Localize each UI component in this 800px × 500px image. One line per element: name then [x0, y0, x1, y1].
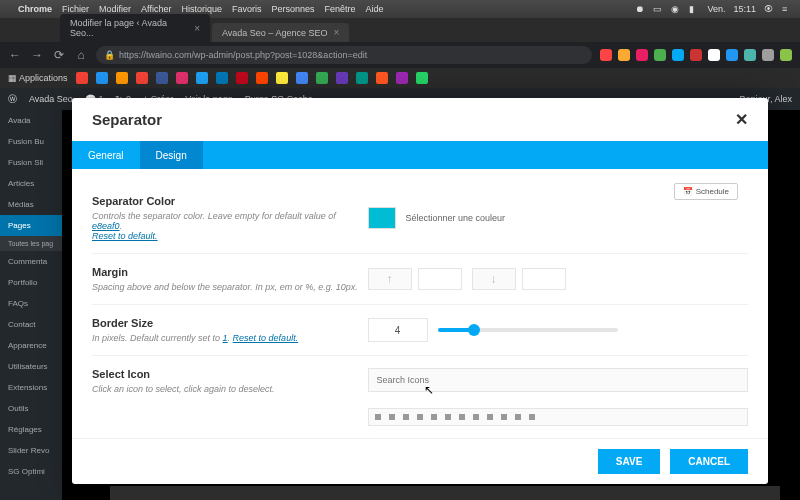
icon-option[interactable]: [417, 414, 423, 420]
battery-icon[interactable]: ▮: [689, 4, 699, 14]
sidebar-item[interactable]: FAQs: [0, 293, 62, 314]
icon-option[interactable]: [473, 414, 479, 420]
app-name[interactable]: Chrome: [18, 4, 52, 14]
sidebar-item[interactable]: Extensions: [0, 377, 62, 398]
default-value-link[interactable]: e8eaf0: [92, 221, 120, 231]
bookmark-icon[interactable]: [416, 72, 428, 84]
apps-button[interactable]: ▦ Applications: [8, 73, 68, 83]
close-icon[interactable]: ×: [333, 27, 339, 38]
bookmark-icon[interactable]: [296, 72, 308, 84]
sidebar-item[interactable]: Contact: [0, 314, 62, 335]
menu-item[interactable]: Fichier: [62, 4, 89, 14]
menu-item[interactable]: Afficher: [141, 4, 171, 14]
browser-tab[interactable]: Modifier la page ‹ Avada Seo... ×: [60, 14, 210, 42]
sidebar-item[interactable]: Avada: [0, 110, 62, 131]
schedule-button[interactable]: 📅 Schedule: [674, 183, 738, 200]
ext-icon[interactable]: [654, 49, 666, 61]
menu-item[interactable]: Historique: [181, 4, 222, 14]
bookmark-icon[interactable]: [236, 72, 248, 84]
bookmark-icon[interactable]: [256, 72, 268, 84]
icon-option[interactable]: [487, 414, 493, 420]
sidebar-item[interactable]: Médias: [0, 194, 62, 215]
border-size-input[interactable]: [368, 318, 428, 342]
site-name[interactable]: Avada Seo: [29, 94, 73, 104]
bookmark-icon[interactable]: [276, 72, 288, 84]
slider-thumb[interactable]: [468, 324, 480, 336]
close-icon[interactable]: ×: [194, 23, 200, 34]
color-picker-label[interactable]: Sélectionner une couleur: [406, 213, 506, 223]
bookmark-icon[interactable]: [96, 72, 108, 84]
sidebar-item[interactable]: Réglages: [0, 419, 62, 440]
browser-tab[interactable]: Avada Seo – Agence SEO ×: [212, 23, 349, 42]
bookmark-icon[interactable]: [176, 72, 188, 84]
bookmark-icon[interactable]: [376, 72, 388, 84]
reset-link[interactable]: Reset to default.: [92, 231, 158, 241]
sidebar-item[interactable]: Outils: [0, 398, 62, 419]
icon-option[interactable]: [375, 414, 381, 420]
bookmark-icon[interactable]: [76, 72, 88, 84]
forward-icon[interactable]: →: [30, 48, 44, 62]
menu-item[interactable]: Aide: [366, 4, 384, 14]
icon-option[interactable]: [389, 414, 395, 420]
scrollbar-thumb[interactable]: [769, 130, 776, 237]
border-size-slider[interactable]: [438, 328, 618, 332]
bookmark-icon[interactable]: [336, 72, 348, 84]
menu-item[interactable]: Favoris: [232, 4, 262, 14]
sidebar-item[interactable]: SG Optimi: [0, 461, 62, 482]
margin-top-value[interactable]: [418, 268, 462, 290]
ext-icon[interactable]: [780, 49, 792, 61]
ext-icon[interactable]: [672, 49, 684, 61]
wp-logo-icon[interactable]: ⓦ: [8, 93, 17, 106]
bookmark-icon[interactable]: [196, 72, 208, 84]
icon-option[interactable]: [445, 414, 451, 420]
bookmark-icon[interactable]: [396, 72, 408, 84]
display-icon[interactable]: ▭: [653, 4, 663, 14]
ext-icon[interactable]: [618, 49, 630, 61]
icon-option[interactable]: [459, 414, 465, 420]
reload-icon[interactable]: ⟳: [52, 48, 66, 62]
tab-design[interactable]: Design: [140, 141, 203, 169]
notification-icon[interactable]: ≡: [782, 4, 792, 14]
close-icon[interactable]: ✕: [735, 110, 748, 129]
back-icon[interactable]: ←: [8, 48, 22, 62]
ext-icon[interactable]: [636, 49, 648, 61]
clock-day[interactable]: Ven.: [707, 4, 725, 14]
icon-search-input[interactable]: [368, 368, 748, 392]
obs-icon[interactable]: ⏺: [635, 4, 645, 14]
sidebar-item[interactable]: Apparence: [0, 335, 62, 356]
icon-option[interactable]: [529, 414, 535, 420]
save-button[interactable]: SAVE: [598, 449, 661, 474]
icon-option[interactable]: [515, 414, 521, 420]
ext-icon[interactable]: [744, 49, 756, 61]
color-swatch[interactable]: [368, 207, 396, 229]
ext-icon[interactable]: [708, 49, 720, 61]
menu-item[interactable]: Personnes: [271, 4, 314, 14]
sidebar-item[interactable]: Fusion Sli: [0, 152, 62, 173]
modal-scrollbar[interactable]: [769, 130, 776, 435]
clock-time[interactable]: 15:11: [733, 4, 756, 14]
default-value-link[interactable]: 1: [223, 333, 228, 343]
sidebar-item[interactable]: Utilisateurs: [0, 356, 62, 377]
wifi-icon[interactable]: ◉: [671, 4, 681, 14]
home-icon[interactable]: ⌂: [74, 48, 88, 62]
reset-link[interactable]: Reset to default.: [233, 333, 299, 343]
ext-icon[interactable]: [600, 49, 612, 61]
spotlight-icon[interactable]: ⦿: [764, 4, 774, 14]
tab-general[interactable]: General: [72, 141, 140, 169]
sidebar-subitem[interactable]: Toutes les pag: [0, 236, 62, 251]
sidebar-item[interactable]: Articles: [0, 173, 62, 194]
bookmark-icon[interactable]: [156, 72, 168, 84]
url-field[interactable]: 🔒 https://twaino.com/wp-admin/post.php?p…: [96, 46, 592, 64]
bookmark-icon[interactable]: [116, 72, 128, 84]
sidebar-item[interactable]: Slider Revo: [0, 440, 62, 461]
icon-grid[interactable]: [368, 408, 748, 426]
bookmark-icon[interactable]: [136, 72, 148, 84]
menu-item[interactable]: Fenêtre: [324, 4, 355, 14]
margin-top-input[interactable]: ↑: [368, 268, 412, 290]
sidebar-item[interactable]: Commenta: [0, 251, 62, 272]
menu-item[interactable]: Modifier: [99, 4, 131, 14]
sidebar-item[interactable]: Fusion Bu: [0, 131, 62, 152]
ext-icon[interactable]: [726, 49, 738, 61]
sidebar-item[interactable]: Portfolio: [0, 272, 62, 293]
sidebar-item-pages[interactable]: Pages: [0, 215, 62, 236]
